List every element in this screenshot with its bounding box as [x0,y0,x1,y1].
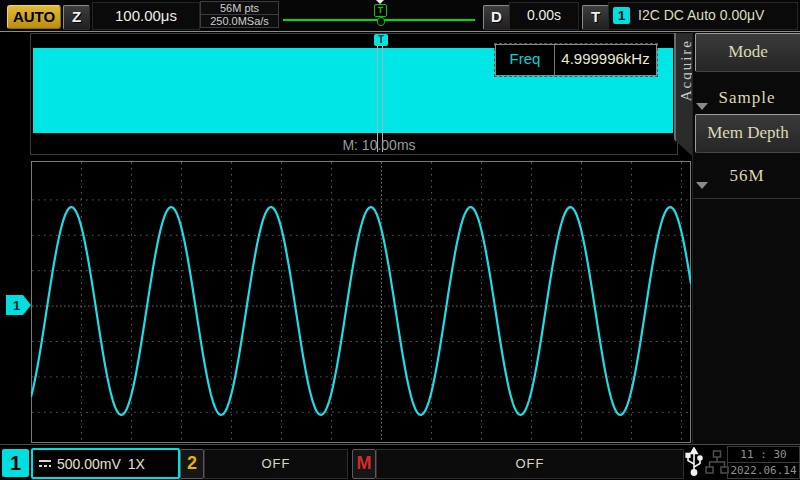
channel1-badge[interactable]: 1 [2,449,29,477]
delay-badge: D [483,5,510,30]
channel1-scale: 500.00mV [57,456,121,472]
topbar-separator [0,31,800,32]
menu-value-mem-depth[interactable]: 56M [693,166,800,186]
chevron-down-icon[interactable] [696,182,708,189]
main-timebase-readout: M: 10.00ms [309,137,449,153]
auto-mode-badge[interactable]: AUTO [7,5,61,29]
channel1-marker-label: 1 [13,298,20,313]
bottom-channel-bar: 1 500.00mV 1X 2 OFF M OFF [0,445,800,480]
math-status-box[interactable]: OFF [376,449,684,479]
channel1-waveform [31,207,691,415]
trigger-info-readout[interactable]: I2C DC Auto 0.00μV [638,0,796,31]
sample-rate-readout: 250.0MSa/s [200,14,279,28]
frequency-counter: Freq 4.999996kHz [495,44,657,76]
trigger-position-knob-icon [377,17,385,26]
menu-separator [693,198,800,199]
dc-coupling-icon [38,458,53,469]
menu-button-mode[interactable]: Mode [695,33,800,72]
chevron-down-icon[interactable] [696,103,708,110]
channel2-badge[interactable]: 2 [180,449,204,479]
trigger-badge: T [582,5,609,30]
clock-date: 2022.06.14 [727,462,800,479]
trigger-t-icon: T [374,4,387,17]
top-status-bar: AUTO Z 100.00μs 56M pts 250.0MSa/s T D 0… [0,0,800,31]
trigger-source-badge[interactable]: 1 [613,7,630,24]
zoom-mode-badge[interactable]: Z [63,5,90,30]
memory-points-readout: 56M pts [200,1,279,15]
side-menu: Mode Sample Mem Depth 56M [692,32,800,445]
frequency-label: Freq [496,45,555,75]
channel1-level-marker[interactable]: 1 [6,295,32,315]
menu-value-mode[interactable]: Sample [693,88,800,108]
acquisition-readout: 56M pts 250.0MSa/s [200,1,279,30]
lan-icon [705,450,729,476]
channel2-status-box[interactable]: OFF [204,449,348,479]
math-badge[interactable]: M [352,449,376,479]
clock-time: 11 : 30 [727,446,800,463]
waveform-graticule [31,161,691,443]
trigger-position-marker[interactable]: T [374,0,387,28]
zoom-overview-window: T M: 10.00ms Freq 4.999996kHz [30,33,678,155]
oscilloscope-screen: AUTO Z 100.00μs 56M pts 250.0MSa/s T D 0… [0,0,800,480]
frequency-value: 4.999996kHz [555,45,656,75]
delay-readout[interactable]: 0.00s [509,2,579,30]
usb-icon [684,447,704,478]
timebase-readout[interactable]: 100.00μs [92,2,200,30]
menu-button-mem-depth[interactable]: Mem Depth [695,114,800,153]
channel1-settings-box[interactable]: 500.00mV 1X [31,448,180,479]
overview-trigger-marker[interactable]: T [374,34,388,46]
channel1-probe: 1X [128,456,145,472]
